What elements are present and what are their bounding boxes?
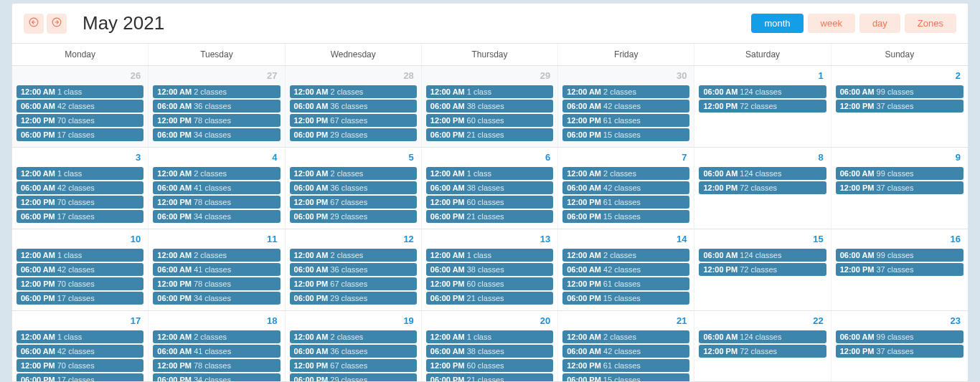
day-cell[interactable]: 1712:00 AM1 class06:00 AM42 classes12:00… <box>12 311 149 382</box>
day-cell[interactable]: 312:00 AM1 class06:00 AM42 classes12:00 … <box>12 148 149 229</box>
event-pill[interactable]: 12:00 AM2 classes <box>562 249 689 262</box>
event-pill[interactable]: 06:00 AM124 classes <box>699 249 826 262</box>
event-pill[interactable]: 12:00 PM70 classes <box>17 114 143 127</box>
day-cell[interactable]: 2206:00 AM124 classes12:00 PM72 classes <box>694 311 831 382</box>
event-pill[interactable]: 12:00 PM72 classes <box>699 345 826 358</box>
event-pill[interactable]: 12:00 PM60 classes <box>426 359 553 372</box>
event-pill[interactable]: 12:00 PM61 classes <box>562 196 689 209</box>
day-cell[interactable]: 2112:00 AM2 classes06:00 AM42 classes12:… <box>558 311 694 382</box>
event-pill[interactable]: 12:00 AM1 class <box>17 167 143 180</box>
day-cell[interactable]: 2306:00 AM99 classes12:00 PM37 classes <box>831 311 968 382</box>
event-pill[interactable]: 06:00 AM36 classes <box>290 345 417 358</box>
event-pill[interactable]: 12:00 AM1 class <box>17 330 143 343</box>
event-pill[interactable]: 12:00 PM60 classes <box>426 277 553 290</box>
event-pill[interactable]: 06:00 AM41 classes <box>153 345 280 358</box>
event-pill[interactable]: 12:00 PM60 classes <box>426 196 553 209</box>
day-cell[interactable]: 2912:00 AM1 class06:00 AM38 classes12:00… <box>422 66 558 148</box>
event-pill[interactable]: 12:00 PM78 classes <box>153 359 280 372</box>
event-pill[interactable]: 12:00 PM60 classes <box>426 114 553 127</box>
view-zones-button[interactable]: Zones <box>905 14 956 33</box>
event-pill[interactable]: 06:00 AM42 classes <box>562 181 689 194</box>
event-pill[interactable]: 06:00 PM21 classes <box>426 292 553 305</box>
event-pill[interactable]: 12:00 PM67 classes <box>290 114 417 127</box>
event-pill[interactable]: 12:00 PM37 classes <box>836 100 963 113</box>
event-pill[interactable]: 06:00 AM36 classes <box>290 181 417 194</box>
event-pill[interactable]: 12:00 AM2 classes <box>153 249 280 262</box>
event-pill[interactable]: 06:00 AM36 classes <box>290 263 417 276</box>
event-pill[interactable]: 12:00 PM37 classes <box>836 181 963 194</box>
event-pill[interactable]: 12:00 PM72 classes <box>699 263 826 276</box>
event-pill[interactable]: 12:00 PM61 classes <box>562 114 689 127</box>
day-cell[interactable]: 1112:00 AM2 classes06:00 AM41 classes12:… <box>149 229 285 311</box>
next-month-button[interactable] <box>47 14 67 34</box>
event-pill[interactable]: 06:00 AM42 classes <box>17 345 143 358</box>
event-pill[interactable]: 06:00 AM99 classes <box>836 85 963 98</box>
event-pill[interactable]: 06:00 AM42 classes <box>562 263 689 276</box>
event-pill[interactable]: 06:00 AM38 classes <box>426 100 553 113</box>
event-pill[interactable]: 06:00 AM38 classes <box>426 345 553 358</box>
event-pill[interactable]: 06:00 PM34 classes <box>153 210 280 223</box>
day-cell[interactable]: 412:00 AM2 classes06:00 AM41 classes12:0… <box>149 148 285 229</box>
event-pill[interactable]: 06:00 PM29 classes <box>290 292 417 305</box>
event-pill[interactable]: 12:00 AM1 class <box>426 249 553 262</box>
day-cell[interactable]: 2812:00 AM2 classes06:00 AM36 classes12:… <box>286 66 422 148</box>
event-pill[interactable]: 06:00 PM17 classes <box>17 128 143 141</box>
event-pill[interactable]: 12:00 PM67 classes <box>290 196 417 209</box>
event-pill[interactable]: 12:00 PM37 classes <box>836 263 963 276</box>
view-day-button[interactable]: day <box>859 14 900 33</box>
event-pill[interactable]: 12:00 AM2 classes <box>290 167 417 180</box>
event-pill[interactable]: 06:00 AM42 classes <box>562 345 689 358</box>
event-pill[interactable]: 06:00 PM15 classes <box>562 128 689 141</box>
event-pill[interactable]: 12:00 PM70 classes <box>17 359 143 372</box>
event-pill[interactable]: 06:00 PM29 classes <box>290 373 417 382</box>
day-cell[interactable]: 206:00 AM99 classes12:00 PM37 classes <box>831 66 968 148</box>
event-pill[interactable]: 06:00 PM17 classes <box>17 373 143 382</box>
event-pill[interactable]: 06:00 PM34 classes <box>153 373 280 382</box>
prev-month-button[interactable] <box>24 14 44 34</box>
event-pill[interactable]: 06:00 AM36 classes <box>153 100 280 113</box>
day-cell[interactable]: 512:00 AM2 classes06:00 AM36 classes12:0… <box>286 148 422 229</box>
event-pill[interactable]: 12:00 AM2 classes <box>562 167 689 180</box>
event-pill[interactable]: 12:00 PM37 classes <box>836 345 963 358</box>
event-pill[interactable]: 06:00 PM34 classes <box>153 128 280 141</box>
event-pill[interactable]: 12:00 AM2 classes <box>290 85 417 98</box>
event-pill[interactable]: 06:00 PM15 classes <box>562 373 689 382</box>
view-month-button[interactable]: month <box>751 14 803 33</box>
day-cell[interactable]: 1506:00 AM124 classes12:00 PM72 classes <box>694 229 831 311</box>
event-pill[interactable]: 12:00 PM78 classes <box>153 196 280 209</box>
day-cell[interactable]: 1312:00 AM1 class06:00 AM38 classes12:00… <box>422 229 558 311</box>
event-pill[interactable]: 06:00 PM21 classes <box>426 210 553 223</box>
event-pill[interactable]: 06:00 AM36 classes <box>290 100 417 113</box>
event-pill[interactable]: 06:00 AM41 classes <box>153 263 280 276</box>
event-pill[interactable]: 12:00 PM70 classes <box>17 277 143 290</box>
event-pill[interactable]: 12:00 PM61 classes <box>562 277 689 290</box>
event-pill[interactable]: 06:00 AM42 classes <box>17 181 143 194</box>
event-pill[interactable]: 12:00 AM1 class <box>426 330 553 343</box>
day-cell[interactable]: 906:00 AM99 classes12:00 PM37 classes <box>831 148 968 229</box>
event-pill[interactable]: 12:00 PM67 classes <box>290 277 417 290</box>
event-pill[interactable]: 12:00 PM72 classes <box>699 100 826 113</box>
event-pill[interactable]: 12:00 AM2 classes <box>562 330 689 343</box>
event-pill[interactable]: 12:00 AM2 classes <box>562 85 689 98</box>
event-pill[interactable]: 12:00 AM2 classes <box>290 249 417 262</box>
event-pill[interactable]: 06:00 PM15 classes <box>562 210 689 223</box>
event-pill[interactable]: 06:00 AM42 classes <box>562 100 689 113</box>
event-pill[interactable]: 12:00 AM2 classes <box>290 330 417 343</box>
event-pill[interactable]: 06:00 AM99 classes <box>836 249 963 262</box>
event-pill[interactable]: 06:00 AM124 classes <box>699 85 826 98</box>
event-pill[interactable]: 06:00 AM42 classes <box>17 263 143 276</box>
day-cell[interactable]: 712:00 AM2 classes06:00 AM42 classes12:0… <box>558 148 694 229</box>
event-pill[interactable]: 06:00 AM124 classes <box>699 330 826 343</box>
event-pill[interactable]: 12:00 AM2 classes <box>153 85 280 98</box>
day-cell[interactable]: 3012:00 AM2 classes06:00 AM42 classes12:… <box>558 66 694 148</box>
event-pill[interactable]: 06:00 AM41 classes <box>153 181 280 194</box>
day-cell[interactable]: 612:00 AM1 class06:00 AM38 classes12:00 … <box>422 148 558 229</box>
event-pill[interactable]: 06:00 AM124 classes <box>699 167 826 180</box>
day-cell[interactable]: 106:00 AM124 classes12:00 PM72 classes <box>694 66 831 148</box>
event-pill[interactable]: 06:00 AM99 classes <box>836 330 963 343</box>
day-cell[interactable]: 1412:00 AM2 classes06:00 AM42 classes12:… <box>558 229 694 311</box>
day-cell[interactable]: 806:00 AM124 classes12:00 PM72 classes <box>694 148 831 229</box>
event-pill[interactable]: 06:00 AM42 classes <box>17 100 143 113</box>
event-pill[interactable]: 12:00 PM70 classes <box>17 196 143 209</box>
event-pill[interactable]: 12:00 AM2 classes <box>153 167 280 180</box>
